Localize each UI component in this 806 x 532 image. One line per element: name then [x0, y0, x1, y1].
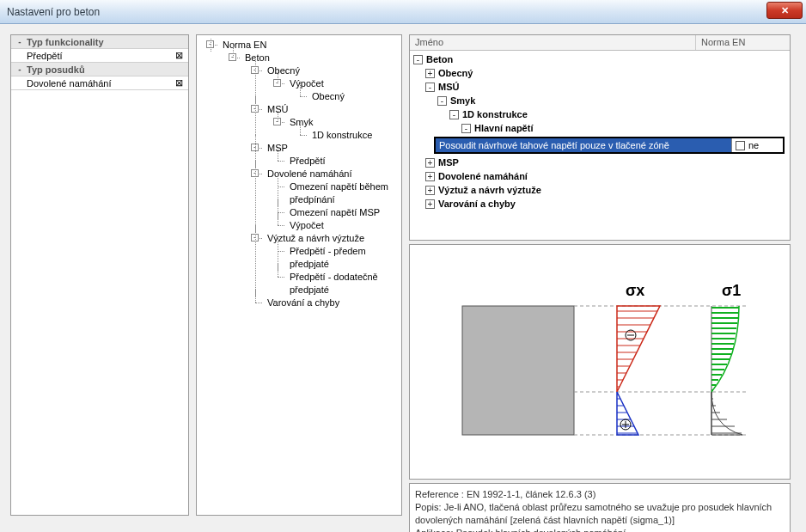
close-icon: ✕ — [781, 5, 789, 16]
row-toggle-icon[interactable]: - — [413, 55, 423, 64]
stress-diagram-icon: σx σ1 — [437, 272, 763, 452]
property-row[interactable]: +MSP — [410, 156, 790, 169]
tree-toggle-icon[interactable]: - — [206, 40, 214, 48]
tree-node-dovol[interactable]: Dovolené namáhání — [266, 168, 353, 180]
left-panel-row: -Typ funkcionality — [11, 35, 188, 49]
property-row[interactable]: -MSÚ — [410, 80, 790, 94]
selected-property[interactable]: Posoudit návrhové tahové napětí pouze v … — [434, 137, 785, 154]
diagram-panel: σx σ1 — [409, 244, 791, 480]
tree-node-pp1[interactable]: Předpětí - předem předpjaté — [288, 245, 400, 271]
tree-toggle-icon[interactable]: - — [273, 79, 281, 87]
left-panel-row[interactable]: Dovolené namáhání⊠ — [11, 76, 188, 90]
tree-node-beton[interactable]: Beton — [243, 52, 272, 64]
selected-property-label: Posoudit návrhové tahové napětí pouze v … — [436, 138, 731, 152]
tree-node-omez1[interactable]: Omezení napětí během předpínání — [288, 180, 400, 206]
row-toggle-icon[interactable]: - — [449, 110, 459, 119]
row-toggle-icon[interactable]: + — [425, 199, 435, 209]
row-label: Dovolené namáhání — [438, 171, 786, 181]
row-toggle-icon[interactable]: - — [15, 64, 25, 74]
tree-toggle-icon[interactable]: - — [251, 144, 259, 151]
tree-node-norma[interactable]: Norma EN — [221, 39, 268, 52]
tree-node-vyztuz[interactable]: Výztuž a návrh výztuže — [266, 232, 366, 245]
tree-node-pp2[interactable]: Předpětí - dodatečně předpjaté — [288, 271, 400, 297]
property-grid: Jméno Norma EN -Beton+Obecný-MSÚ-Smyk-1D… — [409, 34, 791, 241]
sigma-1-label: σ1 — [722, 282, 741, 299]
property-row[interactable]: +Varování a chyby — [410, 197, 790, 211]
row-label: Hlavní napětí — [474, 123, 786, 133]
row-toggle-icon[interactable]: - — [461, 124, 471, 133]
row-label: Předpětí — [25, 51, 173, 61]
col-header-norm: Norma EN — [695, 35, 790, 50]
close-button[interactable]: ✕ — [766, 2, 803, 19]
nav-tree[interactable]: - Norma EN - Beton - Obecný - — [196, 34, 402, 516]
row-toggle-icon[interactable]: - — [437, 96, 447, 106]
svg-marker-4 — [617, 306, 660, 392]
property-row[interactable]: +Výztuž a návrh výztuže — [410, 183, 790, 197]
tree-toggle-icon[interactable]: - — [273, 118, 281, 125]
svg-rect-0 — [462, 306, 574, 435]
left-panel: -Typ funkcionalityPředpětí⊠-Typ posudkůD… — [10, 34, 189, 516]
property-row[interactable]: -1D konstrukce — [410, 107, 790, 121]
row-label: Výztuž a návrh výztuže — [438, 185, 786, 195]
row-toggle-icon[interactable]: + — [425, 158, 435, 168]
row-toggle-icon[interactable]: - — [15, 37, 25, 46]
property-row[interactable]: +Dovolené namáhání — [410, 169, 790, 183]
row-label: Typ posudků — [25, 64, 185, 75]
row-label: Beton — [426, 54, 786, 64]
left-panel-row: -Typ posudků — [11, 63, 188, 76]
tree-node-predpeti[interactable]: Předpětí — [288, 155, 327, 168]
description-panel: Reference : EN 1992-1-1, článek 12.6.3 (… — [409, 483, 791, 532]
desc-line: Popis: Je-li ANO, tlačená oblast průřezu… — [415, 501, 785, 526]
row-label: Smyk — [450, 95, 786, 106]
row-label: Dovolené namáhání — [25, 78, 173, 89]
row-label: Varování a chyby — [438, 199, 786, 209]
tree-toggle-icon[interactable]: - — [229, 53, 236, 61]
row-label: 1D konstrukce — [462, 109, 786, 119]
property-row[interactable]: -Smyk — [410, 94, 790, 107]
titlebar: Nastavení pro beton ✕ — [0, 0, 806, 24]
tree-node-vypocet2[interactable]: Výpočet — [288, 219, 326, 232]
tree-toggle-icon[interactable]: - — [251, 66, 259, 74]
left-panel-row[interactable]: Předpětí⊠ — [11, 49, 188, 63]
row-toggle-icon[interactable]: + — [425, 69, 435, 78]
property-grid-header: Jméno Norma EN — [410, 35, 790, 51]
row-label: Typ funkcionality — [25, 37, 185, 47]
row-label: MSÚ — [438, 82, 786, 92]
selected-property-value[interactable]: ne — [731, 138, 783, 152]
tree-node-vypocet[interactable]: Výpočet — [288, 77, 326, 90]
row-checkbox[interactable]: ⊠ — [173, 50, 185, 61]
ref-line: Reference : EN 1992-1-1, článek 12.6.3 (… — [415, 488, 785, 500]
tree-node-1d[interactable]: 1D konstrukce — [310, 129, 374, 142]
tree-node-smyk[interactable]: Smyk — [288, 116, 315, 129]
row-label: MSP — [438, 157, 786, 168]
row-toggle-icon[interactable]: + — [425, 186, 435, 195]
window-title: Nastavení pro beton — [7, 6, 100, 18]
col-header-name: Jméno — [410, 35, 695, 50]
tree-node-omez2[interactable]: Omezení napětí MSP — [288, 206, 382, 219]
tree-node-obecny[interactable]: Obecný — [266, 64, 302, 77]
property-row[interactable]: -Hlavní napětí — [410, 121, 790, 135]
sigma-x-label: σx — [626, 282, 644, 299]
tree-node-obecny2[interactable]: Obecný — [310, 90, 346, 103]
row-label: Obecný — [438, 68, 786, 78]
tree-node-varov[interactable]: Varování a chyby — [266, 297, 341, 309]
selected-value-text: ne — [748, 140, 759, 150]
workspace: -Typ funkcionalityPředpětí⊠-Typ posudkůD… — [0, 24, 806, 532]
tree-toggle-icon[interactable]: - — [251, 234, 259, 242]
tree-toggle-icon[interactable]: - — [251, 169, 259, 177]
tree-toggle-icon[interactable]: - — [251, 105, 259, 113]
app-line: Aplikace: Posudek hlavních dovolených na… — [415, 527, 785, 532]
row-toggle-icon[interactable]: + — [425, 172, 435, 181]
property-row[interactable]: -Beton — [410, 52, 790, 66]
row-checkbox[interactable]: ⊠ — [173, 77, 185, 89]
property-row[interactable]: +Obecný — [410, 66, 790, 80]
row-toggle-icon[interactable]: - — [425, 83, 435, 92]
checkbox-icon[interactable] — [736, 141, 745, 150]
